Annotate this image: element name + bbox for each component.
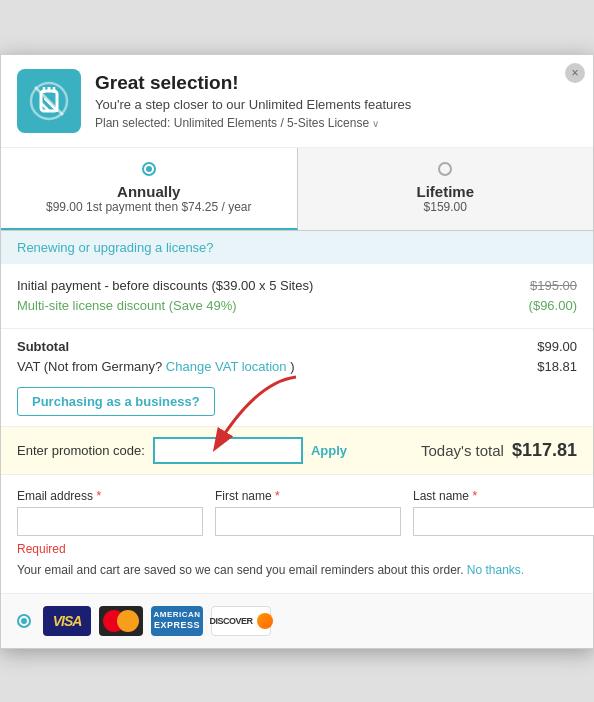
promo-code-input[interactable] (153, 437, 303, 464)
payment-footer: VISA AMERICAN EXPRESS DISCOVER (1, 594, 593, 648)
required-text: Required (17, 542, 577, 556)
amex-icon: AMERICAN EXPRESS (151, 606, 203, 636)
mastercard-icon (99, 606, 143, 636)
today-total-label: Today's total (421, 442, 504, 459)
billing-tabs: Annually $99.00 1st payment then $74.25 … (1, 148, 593, 231)
business-button[interactable]: Purchasing as a business? (17, 387, 215, 416)
subtotal-label: Subtotal (17, 339, 69, 354)
initial-payment-value: $195.00 (530, 278, 577, 293)
discover-icon: DISCOVER (211, 606, 271, 636)
initial-payment-label: Initial payment - before discounts ($39.… (17, 278, 313, 293)
form-section: Email address * First name * Last name *… (1, 475, 593, 594)
email-label: Email address * (17, 489, 203, 503)
discount-label: Multi-site license discount (Save 49%) (17, 298, 237, 313)
change-vat-link[interactable]: Change VAT location (166, 359, 287, 374)
no-thanks-link[interactable]: No thanks. (467, 563, 524, 577)
lastname-required-marker: * (472, 489, 477, 503)
plugin-icon (17, 69, 81, 133)
header-subtitle: You're a step closer to our Unlimited El… (95, 97, 411, 112)
firstname-group: First name * (215, 489, 401, 536)
form-fields: Email address * First name * Last name * (17, 489, 577, 536)
email-required-marker: * (96, 489, 101, 503)
renew-link-bar: Renewing or upgrading a license? (1, 231, 593, 264)
payment-radio[interactable] (17, 614, 31, 628)
checkout-modal: × Great selection! You're a step closer … (0, 54, 594, 649)
renew-link[interactable]: Renewing or upgrading a license? (17, 240, 214, 255)
header-title: Great selection! (95, 72, 411, 94)
tab-annually[interactable]: Annually $99.00 1st payment then $74.25 … (1, 148, 298, 230)
firstname-required-marker: * (275, 489, 280, 503)
visa-icon: VISA (43, 606, 91, 636)
subtotal-section: Subtotal $99.00 VAT (Not from Germany? C… (1, 329, 593, 427)
save-notice: Your email and cart are saved so we can … (17, 561, 577, 579)
email-group: Email address * (17, 489, 203, 536)
lastname-input[interactable] (413, 507, 594, 536)
chevron-down-icon: ∨ (372, 118, 379, 129)
total-section: Today's total $117.81 (421, 440, 577, 461)
annually-radio (142, 162, 156, 176)
vat-label: VAT (Not from Germany? Change VAT locati… (17, 359, 295, 374)
lifetime-label: Lifetime (314, 183, 578, 200)
modal-header: Great selection! You're a step closer to… (1, 55, 593, 148)
firstname-label: First name * (215, 489, 401, 503)
apply-button[interactable]: Apply (311, 443, 347, 458)
initial-payment-row: Initial payment - before discounts ($39.… (17, 278, 577, 293)
vat-value: $18.81 (537, 359, 577, 374)
annually-label: Annually (17, 183, 281, 200)
discount-row: Multi-site license discount (Save 49%) (… (17, 298, 577, 313)
lifetime-radio (438, 162, 452, 176)
tab-lifetime[interactable]: Lifetime $159.00 (298, 148, 594, 230)
lifetime-price: $159.00 (314, 200, 578, 214)
header-text: Great selection! You're a step closer to… (95, 72, 411, 130)
today-total-amount: $117.81 (512, 440, 577, 461)
discount-value: ($96.00) (529, 298, 577, 313)
vat-row: VAT (Not from Germany? Change VAT locati… (17, 359, 577, 374)
vat-text-post: ) (290, 359, 294, 374)
payment-icons: VISA AMERICAN EXPRESS DISCOVER (43, 606, 271, 636)
lastname-label: Last name * (413, 489, 594, 503)
close-icon: × (571, 66, 578, 80)
close-button[interactable]: × (565, 63, 585, 83)
promo-label: Enter promotion code: (17, 443, 145, 458)
promo-total-section: Enter promotion code: Apply Today's tota… (1, 427, 593, 475)
subtotal-value: $99.00 (537, 339, 577, 354)
pricing-section: Initial payment - before discounts ($39.… (1, 264, 593, 329)
annually-price: $99.00 1st payment then $74.25 / year (17, 200, 281, 214)
plan-line: Plan selected: Unlimited Elements / 5-Si… (95, 116, 411, 130)
firstname-input[interactable] (215, 507, 401, 536)
subtotal-row: Subtotal $99.00 (17, 339, 577, 354)
promo-left: Enter promotion code: Apply (17, 437, 347, 464)
vat-text-pre: VAT (Not from Germany? (17, 359, 162, 374)
lastname-group: Last name * (413, 489, 594, 536)
email-input[interactable] (17, 507, 203, 536)
plan-label: Plan selected: Unlimited Elements / 5-Si… (95, 116, 369, 130)
